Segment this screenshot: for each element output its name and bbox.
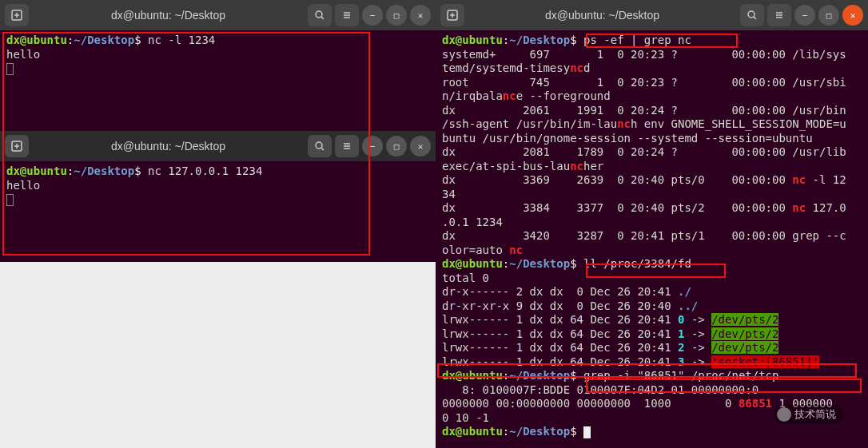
close-button[interactable]: ✕	[842, 5, 863, 26]
terminal-body[interactable]: dx@ubuntu:~/Desktop$ nc -l 1234 hello	[0, 30, 436, 130]
prompt-user: dx@ubuntu	[442, 257, 503, 270]
prompt-path: ~/Desktop	[509, 369, 570, 382]
window-title: dx@ubuntu: ~/Desktop	[32, 9, 305, 22]
output-line: dx 3384 3377 0 20:40 pts/2 00:00:00	[442, 201, 792, 214]
output-line: root 745 1 0 20:23 ? 00:00:00 /usr/sbi	[442, 76, 846, 89]
prompt-path: ~/Desktop	[74, 165, 134, 177]
command-text: grep -i "86851" /proc/net/tcp	[583, 369, 778, 382]
command-text: nc -l 1234	[148, 34, 215, 46]
command-text: ps -ef | grep nc	[583, 34, 691, 46]
cursor	[6, 63, 14, 75]
prompt-user: dx@ubuntu	[442, 425, 503, 438]
new-tab-button[interactable]	[5, 135, 29, 157]
command-text: nc 127.0.0.1 1234	[148, 165, 262, 177]
cursor	[6, 194, 14, 206]
prompt-path: ~/Desktop	[509, 34, 570, 46]
menu-button[interactable]	[767, 4, 791, 26]
prompt-path: ~/Desktop	[509, 425, 570, 438]
terminal-window-2: dx@ubuntu: ~/Desktop − □ ✕ dx@ubuntu:~/D…	[0, 131, 436, 262]
prompt-path: ~/Desktop	[74, 34, 134, 46]
titlebar: dx@ubuntu: ~/Desktop − □ ✕	[436, 0, 868, 30]
prompt-user: dx@ubuntu	[6, 34, 67, 46]
watermark: 技术简说	[774, 405, 844, 424]
output-line: dx 2081 1789 0 20:24 ? 00:00:00 /usr/lib	[442, 145, 846, 158]
terminal-window-1: dx@ubuntu: ~/Desktop − □ ✕ dx@ubuntu:~/D…	[0, 0, 436, 131]
command-text: ll /proc/3384/fd	[583, 257, 691, 270]
close-button[interactable]: ✕	[410, 5, 431, 26]
search-button[interactable]	[740, 4, 764, 26]
menu-button[interactable]	[335, 135, 359, 157]
maximize-button[interactable]: □	[386, 136, 407, 157]
output-line: hello	[6, 48, 40, 61]
menu-button[interactable]	[335, 4, 359, 26]
svg-point-11	[316, 142, 322, 149]
minimize-button[interactable]: −	[362, 136, 383, 157]
terminal-body[interactable]: dx@ubuntu:~/Desktop$ nc 127.0.0.1 1234 h…	[0, 161, 436, 261]
output-line: 8: 0100007F:BDDE 0100007F:04D2 01 000000…	[442, 383, 759, 396]
output-line: total 0	[442, 272, 489, 284]
output-line: hello	[6, 179, 40, 192]
output-line: dx 3369 2639 0 20:40 pts/0 00:00:00	[442, 173, 792, 186]
window-title: dx@ubuntu: ~/Desktop	[468, 9, 737, 22]
svg-point-3	[316, 11, 322, 18]
maximize-button[interactable]: □	[818, 5, 839, 26]
output-line: temd/systemd-timesy	[442, 61, 570, 74]
prompt-path: ~/Desktop	[509, 257, 570, 270]
window-title: dx@ubuntu: ~/Desktop	[32, 140, 305, 153]
output-line: dx 3420 3287 0 20:41 pts/1 00:00:00 grep…	[442, 229, 846, 242]
svg-line-4	[321, 17, 324, 19]
prompt-user: dx@ubuntu	[6, 165, 67, 177]
maximize-button[interactable]: □	[386, 5, 407, 26]
titlebar: dx@ubuntu: ~/Desktop − □ ✕	[0, 131, 436, 161]
output-line: dx 2061 1991 0 20:24 ? 00:00:00 /usr/bin	[442, 104, 846, 117]
terminal-window-3: dx@ubuntu: ~/Desktop − □ ✕ dx@ubuntu:~/D…	[436, 0, 868, 448]
titlebar: dx@ubuntu: ~/Desktop − □ ✕	[0, 0, 436, 30]
search-button[interactable]	[308, 135, 332, 157]
terminal-body[interactable]: dx@ubuntu:~/Desktop$ ps -ef | grep nc sy…	[436, 30, 868, 446]
prompt-user: dx@ubuntu	[442, 369, 503, 382]
new-tab-button[interactable]	[5, 4, 29, 26]
new-tab-button[interactable]	[440, 4, 464, 26]
search-button[interactable]	[308, 4, 332, 26]
minimize-button[interactable]: −	[362, 5, 383, 26]
prompt-user: dx@ubuntu	[442, 34, 503, 46]
svg-point-19	[748, 11, 755, 18]
minimize-button[interactable]: −	[794, 5, 815, 26]
cursor	[583, 426, 591, 438]
output-line: systemd+ 697 1 0 20:23 ? 00:00:00 /lib/s…	[442, 48, 846, 61]
svg-line-12	[321, 148, 324, 150]
close-button[interactable]: ✕	[410, 136, 431, 157]
svg-line-20	[754, 17, 756, 19]
